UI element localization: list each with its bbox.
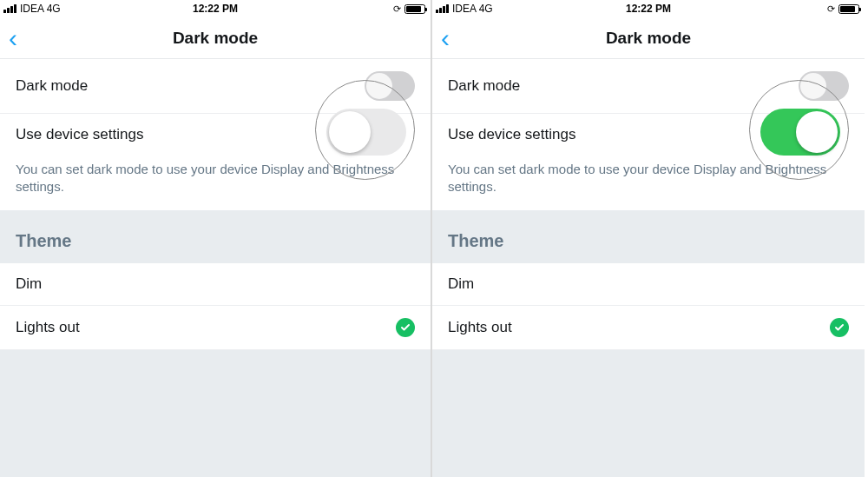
theme-dim-label: Dim — [16, 275, 42, 293]
theme-lights-out-row[interactable]: Lights out — [0, 306, 431, 350]
clock-label: 12:22 PM — [626, 3, 671, 15]
check-icon — [396, 318, 415, 337]
back-button[interactable]: ‹ — [9, 25, 17, 51]
use-device-description: You can set dark mode to use your device… — [0, 156, 431, 210]
use-device-description: You can set dark mode to use your device… — [432, 156, 865, 210]
nav-header: ‹ Dark mode — [0, 17, 431, 59]
phone-screen-right: IDEA 4G 12:22 PM ⟳ ‹ Dark mode Dark mode… — [432, 0, 865, 477]
theme-dim-label: Dim — [448, 275, 474, 293]
signal-icon — [3, 4, 16, 13]
status-bar: IDEA 4G 12:22 PM ⟳ — [432, 0, 865, 17]
carrier-label: IDEA 4G — [20, 3, 61, 15]
orientation-lock-icon: ⟳ — [393, 3, 401, 15]
dark-mode-label: Dark mode — [448, 77, 520, 95]
clock-label: 12:22 PM — [193, 3, 238, 15]
theme-dim-row[interactable]: Dim — [432, 263, 865, 306]
use-device-toggle[interactable] — [760, 109, 840, 156]
nav-header: ‹ Dark mode — [432, 17, 865, 59]
page-title: Dark mode — [606, 29, 691, 48]
dark-mode-toggle[interactable] — [799, 71, 849, 101]
theme-lights-out-label: Lights out — [16, 319, 80, 336]
orientation-lock-icon: ⟳ — [827, 3, 835, 15]
battery-icon — [838, 4, 859, 14]
phone-screen-left: IDEA 4G 12:22 PM ⟳ ‹ Dark mode Dark mode… — [0, 0, 432, 477]
theme-dim-row[interactable]: Dim — [0, 263, 431, 306]
dark-mode-row[interactable]: Dark mode — [0, 59, 431, 114]
empty-area — [432, 350, 865, 478]
check-icon — [830, 318, 849, 337]
theme-section-header: Theme — [432, 210, 865, 263]
use-device-toggle[interactable] — [326, 109, 406, 156]
empty-area — [0, 350, 431, 478]
use-device-label: Use device settings — [448, 126, 575, 143]
signal-icon — [436, 4, 449, 13]
carrier-label: IDEA 4G — [452, 3, 493, 15]
theme-lights-out-label: Lights out — [448, 319, 512, 336]
battery-icon — [404, 4, 425, 14]
theme-section-header: Theme — [0, 210, 431, 263]
back-button[interactable]: ‹ — [441, 25, 450, 51]
theme-lights-out-row[interactable]: Lights out — [432, 306, 865, 350]
dark-mode-label: Dark mode — [16, 77, 88, 95]
dark-mode-toggle[interactable] — [365, 71, 415, 101]
status-bar: IDEA 4G 12:22 PM ⟳ — [0, 0, 431, 17]
dark-mode-row[interactable]: Dark mode — [432, 59, 865, 114]
page-title: Dark mode — [173, 29, 258, 48]
use-device-label: Use device settings — [16, 126, 143, 143]
